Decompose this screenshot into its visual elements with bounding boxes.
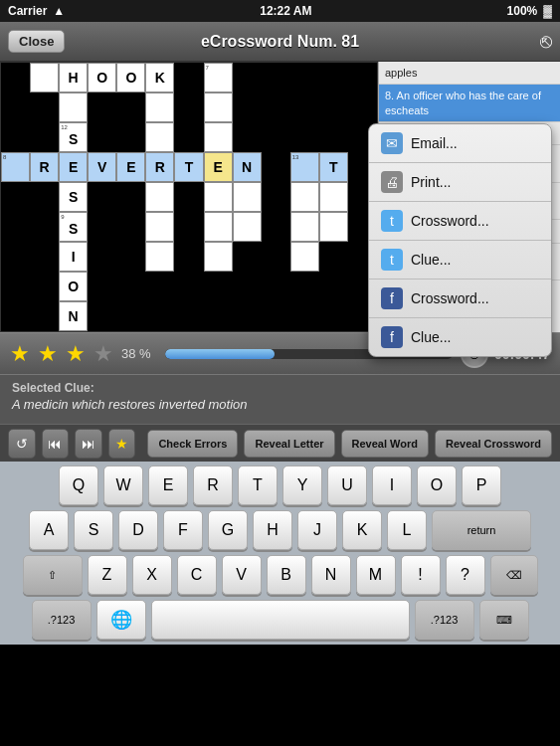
cell-r4c6[interactable]: R <box>145 152 174 182</box>
cell-r3c6[interactable] <box>145 122 174 152</box>
cell-r6c3[interactable]: 9S <box>59 212 88 242</box>
key-j[interactable]: J <box>297 510 337 550</box>
key-n[interactable]: N <box>311 555 351 595</box>
cell-r5c12[interactable] <box>319 182 348 212</box>
cell-r7c4 <box>88 242 116 272</box>
key-a[interactable]: A <box>29 510 69 550</box>
dropdown-print[interactable]: 🖨 Print... <box>369 163 551 202</box>
cell-r3c8[interactable] <box>204 122 233 152</box>
key-globe[interactable]: 🌐 <box>96 600 146 640</box>
dropdown-twitter-crossword[interactable]: t Crossword... <box>369 202 551 241</box>
cell-r4c2[interactable]: R <box>30 152 59 182</box>
reveal-word-button[interactable]: Reveal Word <box>341 430 429 458</box>
key-keyboard[interactable]: ⌨ <box>479 600 529 640</box>
key-u[interactable]: U <box>327 466 367 505</box>
key-x[interactable]: X <box>132 555 172 595</box>
cell-r2c6[interactable] <box>145 93 174 122</box>
share-button[interactable]: ⎋ <box>540 30 552 53</box>
refresh-button[interactable]: ↺ <box>8 429 36 459</box>
key-d[interactable]: D <box>118 510 158 550</box>
cell-r4c7[interactable]: T <box>174 152 203 182</box>
cell-r7c8[interactable] <box>204 242 233 272</box>
key-l[interactable]: L <box>387 510 427 550</box>
cell-r5c11[interactable] <box>290 182 319 212</box>
clue-item-8[interactable]: 8. An officer who has the care of eschea… <box>379 85 560 122</box>
cell-r5c9[interactable] <box>233 182 262 212</box>
cell-r4c4[interactable]: V <box>88 152 116 182</box>
progress-bar-fill <box>165 349 275 359</box>
key-comma[interactable]: ! <box>401 555 441 595</box>
key-return[interactable]: return <box>432 510 531 550</box>
cell-r4c12[interactable]: T <box>319 152 348 182</box>
key-p[interactable]: P <box>462 466 501 505</box>
key-period[interactable]: ? <box>446 555 485 595</box>
key-q[interactable]: Q <box>59 466 98 505</box>
cell-r5c6[interactable] <box>145 182 174 212</box>
key-numbers[interactable]: .?123 <box>32 600 92 640</box>
key-f[interactable]: F <box>163 510 203 550</box>
cell-r1c3[interactable]: H <box>59 63 88 93</box>
cell-r4c8[interactable]: E <box>204 152 233 182</box>
cell-r1c13 <box>348 63 377 93</box>
key-k[interactable]: K <box>342 510 382 550</box>
cell-r6c11[interactable] <box>290 212 319 242</box>
cell-r5c8[interactable] <box>204 182 233 212</box>
cell-r8c3[interactable]: O <box>59 272 88 301</box>
cell-r1c6[interactable]: K <box>145 63 174 93</box>
cell-r7c11[interactable] <box>290 242 319 272</box>
cell-r4c9[interactable]: N <box>233 152 262 182</box>
cell-r9c3[interactable]: N <box>59 301 88 331</box>
reveal-crossword-button[interactable]: Reveal Crossword <box>435 430 552 458</box>
cell-r6c6[interactable] <box>145 212 174 242</box>
cell-r7c3[interactable]: I <box>59 242 88 272</box>
key-g[interactable]: G <box>208 510 248 550</box>
forward-button[interactable]: ⏭ <box>75 429 102 459</box>
dropdown-email[interactable]: ✉ Email... <box>369 124 551 163</box>
cell-r7c6[interactable] <box>145 242 174 272</box>
key-v[interactable]: V <box>222 555 262 595</box>
bookmark-button[interactable]: ★ <box>108 429 136 459</box>
key-t[interactable]: T <box>238 466 278 505</box>
check-errors-button[interactable]: Check Errors <box>147 430 238 458</box>
facebook-icon-2: f <box>381 326 403 348</box>
cell-r2c8[interactable] <box>204 93 233 122</box>
reveal-letter-button[interactable]: Reveal Letter <box>244 430 334 458</box>
cell-r1c2[interactable] <box>30 63 59 93</box>
key-m[interactable]: M <box>356 555 396 595</box>
cell-r1c4[interactable]: O <box>88 63 116 93</box>
key-o[interactable]: O <box>417 466 457 505</box>
crossword-grid[interactable]: H O O K 7 12S <box>0 62 378 332</box>
key-numbers-right[interactable]: .?123 <box>415 600 474 640</box>
cell-r3c3[interactable]: 12S <box>59 122 88 152</box>
key-i[interactable]: I <box>372 466 412 505</box>
key-space[interactable] <box>151 600 410 640</box>
status-bar: Carrier ▲ 12:22 AM 100% ▓ <box>0 0 560 22</box>
key-y[interactable]: Y <box>282 466 322 505</box>
key-h[interactable]: H <box>253 510 292 550</box>
dropdown-twitter-clue[interactable]: t Clue... <box>369 241 551 280</box>
cell-r6c9[interactable] <box>233 212 262 242</box>
cell-r6c8[interactable] <box>204 212 233 242</box>
close-button[interactable]: Close <box>8 30 65 53</box>
cell-r5c3[interactable]: S <box>59 182 88 212</box>
key-shift[interactable]: ⇧ <box>23 555 83 595</box>
key-r[interactable]: R <box>193 466 233 505</box>
key-b[interactable]: B <box>267 555 306 595</box>
key-s[interactable]: S <box>74 510 113 550</box>
key-z[interactable]: Z <box>88 555 127 595</box>
cell-r2c3[interactable] <box>59 93 88 122</box>
cell-r4c5[interactable]: E <box>116 152 145 182</box>
key-delete[interactable]: ⌫ <box>490 555 538 595</box>
dropdown-facebook-crossword[interactable]: f Crossword... <box>369 280 551 318</box>
key-w[interactable]: W <box>103 466 143 505</box>
key-c[interactable]: C <box>177 555 217 595</box>
cell-r1c8[interactable]: 7 <box>204 63 233 93</box>
cell-r4c1[interactable]: 8 <box>1 152 30 182</box>
cell-r1c5[interactable]: O <box>116 63 145 93</box>
dropdown-facebook-clue[interactable]: f Clue... <box>369 318 551 356</box>
cell-r4c11[interactable]: 13 <box>290 152 319 182</box>
cell-r6c12[interactable] <box>319 212 348 242</box>
cell-r4c3[interactable]: E <box>59 152 88 182</box>
rewind-button[interactable]: ⏮ <box>42 429 70 459</box>
key-e[interactable]: E <box>148 466 188 505</box>
